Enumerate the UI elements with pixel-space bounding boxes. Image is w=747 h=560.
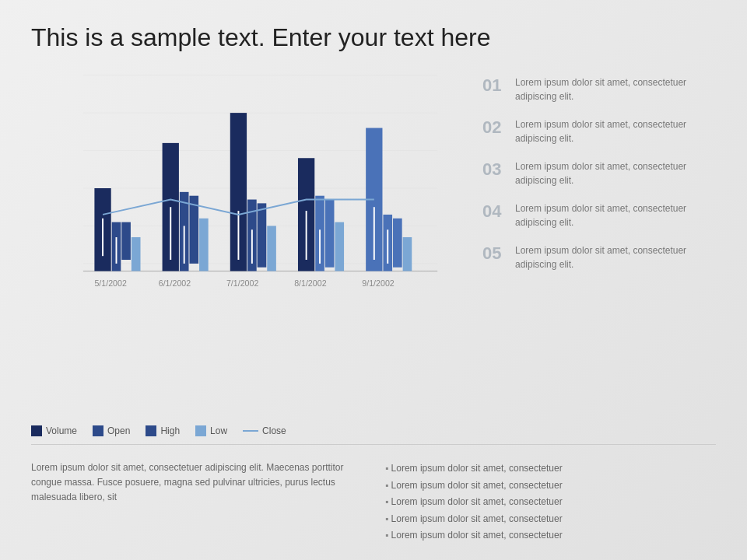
sidebar-text-1: Lorem ipsum dolor sit amet, consectetuer… [515, 75, 716, 103]
sidebar-num-5: 05 [482, 243, 507, 264]
list-item: Lorem ipsum dolor sit amet, consectetuer [385, 460, 716, 478]
sidebar-item-2: 02 Lorem ipsum dolor sit amet, consectet… [482, 117, 716, 145]
page-title: This is a sample text. Enter your text h… [31, 23, 716, 52]
bar-high-5 [393, 219, 402, 268]
sidebar-text-4: Lorem ipsum dolor sit amet, consectetuer… [515, 201, 716, 229]
x-label-4: 8/1/2002 [294, 278, 327, 288]
x-label-3: 7/1/2002 [226, 278, 259, 288]
bottom-right-list: Lorem ipsum dolor sit amet, consectetuer… [385, 460, 716, 544]
legend-open: Open [93, 425, 130, 436]
legend-low: Low [195, 425, 227, 436]
list-item: Lorem ipsum dolor sit amet, consectetuer [385, 494, 716, 511]
x-label-2: 6/1/2002 [159, 278, 191, 288]
sidebar-item-5: 05 Lorem ipsum dolor sit amet, consectet… [482, 243, 716, 271]
legend-close: Close [243, 425, 286, 436]
x-label-1: 5/1/2002 [94, 278, 127, 288]
legend-volume-box [31, 425, 42, 436]
legend-open-box [93, 425, 103, 436]
sidebar-num-1: 01 [482, 75, 507, 96]
chart-legend: Volume Open High Low Close [31, 425, 467, 436]
sidebar: 01 Lorem ipsum dolor sit amet, consectet… [482, 68, 716, 436]
chart-area: 5/1/2002 6/1/2002 7/1/2002 8/1/2002 9/1/… [31, 68, 467, 436]
sidebar-item-1: 01 Lorem ipsum dolor sit amet, consectet… [482, 75, 716, 103]
slide: This is a sample text. Enter your text h… [0, 0, 747, 560]
sidebar-text-3: Lorem ipsum dolor sit amet, consectetuer… [515, 159, 716, 187]
bottom-left-text: Lorem ipsum dolor sit amet, consectetuer… [31, 460, 362, 544]
sidebar-item-4: 04 Lorem ipsum dolor sit amet, consectet… [482, 201, 716, 229]
legend-volume: Volume [31, 425, 77, 436]
sidebar-num-4: 04 [482, 201, 507, 222]
bar-low-4 [335, 222, 344, 271]
legend-close-label: Close [262, 425, 286, 436]
bar-low-1 [132, 237, 141, 271]
list-item: Lorem ipsum dolor sit amet, consectetuer [385, 511, 716, 528]
legend-close-line [243, 430, 258, 432]
legend-low-box [195, 425, 206, 436]
main-content: 5/1/2002 6/1/2002 7/1/2002 8/1/2002 9/1/… [31, 68, 716, 436]
bottom-area: Lorem ipsum dolor sit amet, consectetuer… [31, 453, 716, 544]
candlestick-chart: 5/1/2002 6/1/2002 7/1/2002 8/1/2002 9/1/… [31, 68, 467, 309]
bar-high-3 [258, 203, 267, 267]
sidebar-num-3: 03 [482, 159, 507, 180]
sidebar-num-2: 02 [482, 117, 507, 138]
bar-high-4 [325, 200, 335, 268]
legend-volume-label: Volume [46, 425, 77, 436]
legend-high-box [146, 425, 156, 436]
bar-high-1 [121, 222, 131, 260]
bar-low-3 [267, 226, 276, 271]
sidebar-text-2: Lorem ipsum dolor sit amet, consectetuer… [515, 117, 716, 145]
bar-low-2 [199, 219, 209, 271]
legend-low-label: Low [210, 425, 227, 436]
legend-open-label: Open [107, 425, 130, 436]
list-item: Lorem ipsum dolor sit amet, consectetuer [385, 478, 716, 495]
legend-high-label: High [160, 425, 180, 436]
legend-high: High [146, 425, 180, 436]
bottom-bullet-list: Lorem ipsum dolor sit amet, consectetuer… [385, 460, 716, 544]
sidebar-text-5: Lorem ipsum dolor sit amet, consectetuer… [515, 243, 716, 271]
chart-container: 5/1/2002 6/1/2002 7/1/2002 8/1/2002 9/1/… [31, 68, 467, 422]
sidebar-item-3: 03 Lorem ipsum dolor sit amet, consectet… [482, 159, 716, 187]
x-label-5: 9/1/2002 [362, 278, 395, 288]
divider [31, 444, 716, 445]
bar-low-5 [403, 237, 412, 271]
list-item: Lorem ipsum dolor sit amet, consectetuer [385, 527, 716, 544]
